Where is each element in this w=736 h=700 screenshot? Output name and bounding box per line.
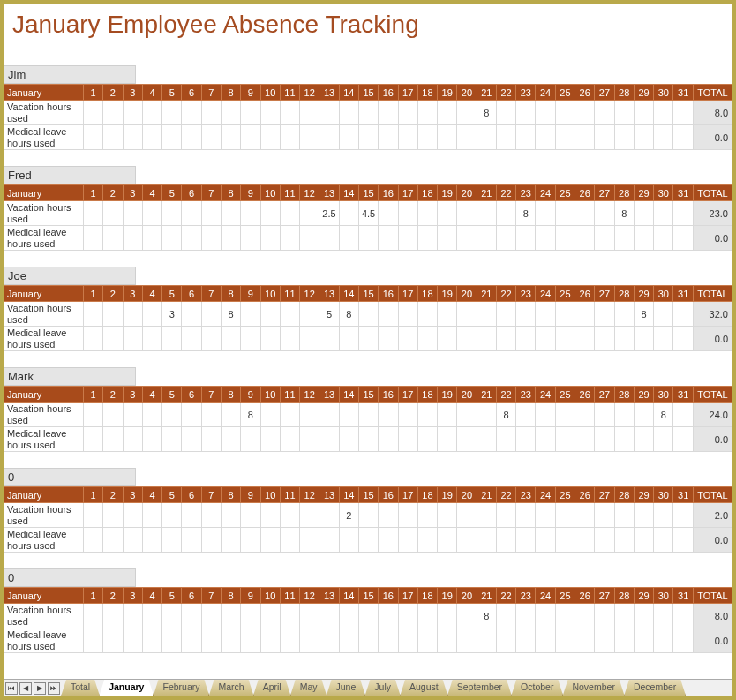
day-cell[interactable] [575,503,595,528]
day-cell[interactable] [634,427,653,452]
sheet-tab-november[interactable]: November [562,680,624,696]
day-cell[interactable] [417,628,437,653]
day-cell[interactable] [358,503,378,528]
day-cell[interactable] [555,427,575,452]
day-cell[interactable] [358,604,378,628]
day-cell[interactable] [241,125,260,150]
day-cell[interactable] [123,302,142,327]
day-cell[interactable] [103,427,123,452]
day-cell[interactable] [339,403,358,427]
day-cell[interactable] [417,125,437,150]
day-cell[interactable] [438,528,457,553]
day-cell[interactable] [457,327,477,351]
day-cell[interactable] [201,201,221,226]
day-cell[interactable] [84,101,103,125]
sheet-tab-january[interactable]: January [99,680,154,696]
day-cell[interactable] [496,125,515,150]
day-cell[interactable] [162,528,182,553]
day-cell[interactable] [614,125,634,150]
day-cell[interactable] [457,302,477,327]
day-cell[interactable] [319,101,339,125]
day-cell[interactable]: 8 [477,101,496,125]
day-cell[interactable] [300,403,319,427]
sheet-tab-october[interactable]: October [511,680,563,696]
day-cell[interactable] [438,427,457,452]
day-cell[interactable] [673,427,694,452]
day-cell[interactable] [201,604,221,628]
sheet-tab-total[interactable]: Total [61,680,100,696]
day-cell[interactable] [339,101,358,125]
day-cell[interactable] [614,604,634,628]
day-cell[interactable] [575,604,595,628]
day-cell[interactable] [575,327,595,351]
day-cell[interactable] [260,327,280,351]
day-cell[interactable] [555,628,575,653]
day-cell[interactable] [673,302,694,327]
day-cell[interactable] [575,427,595,452]
day-cell[interactable] [595,302,614,327]
day-cell[interactable] [634,327,653,351]
day-cell[interactable] [673,604,694,628]
day-cell[interactable] [457,226,477,251]
day-cell[interactable] [260,427,280,452]
day-cell[interactable] [319,503,339,528]
day-cell[interactable] [555,528,575,553]
day-cell[interactable] [280,125,299,150]
day-cell[interactable] [182,503,201,528]
day-cell[interactable] [300,302,319,327]
day-cell[interactable] [103,604,123,628]
day-cell[interactable] [417,201,437,226]
tab-nav-prev[interactable]: ◀ [19,682,32,695]
day-cell[interactable] [417,427,437,452]
day-cell[interactable] [260,101,280,125]
day-cell[interactable] [319,427,339,452]
day-cell[interactable] [84,528,103,553]
day-cell[interactable] [162,503,182,528]
day-cell[interactable] [654,327,673,351]
day-cell[interactable] [142,628,161,653]
day-cell[interactable] [300,628,319,653]
day-cell[interactable] [555,201,575,226]
day-cell[interactable] [595,628,614,653]
day-cell[interactable] [634,226,653,251]
day-cell[interactable] [516,528,536,553]
employee-name[interactable]: Fred [4,166,136,184]
employee-name[interactable]: Jim [4,65,136,84]
day-cell[interactable] [516,427,536,452]
day-cell[interactable] [358,302,378,327]
day-cell[interactable] [654,427,673,452]
day-cell[interactable] [417,528,437,553]
day-cell[interactable] [379,604,398,628]
day-cell[interactable] [398,327,417,351]
day-cell[interactable] [221,327,240,351]
day-cell[interactable] [319,403,339,427]
day-cell[interactable] [516,604,536,628]
day-cell[interactable] [417,302,437,327]
day-cell[interactable] [300,125,319,150]
day-cell[interactable] [379,528,398,553]
day-cell[interactable] [614,327,634,351]
day-cell[interactable] [438,226,457,251]
day-cell[interactable] [103,628,123,653]
day-cell[interactable] [241,604,260,628]
day-cell[interactable] [339,528,358,553]
day-cell[interactable] [358,226,378,251]
day-cell[interactable] [654,125,673,150]
day-cell[interactable] [339,628,358,653]
day-cell[interactable] [162,101,182,125]
tab-nav-first[interactable]: ⏮ [5,682,18,695]
day-cell[interactable]: 2 [339,503,358,528]
day-cell[interactable] [438,628,457,653]
day-cell[interactable] [123,101,142,125]
day-cell[interactable] [103,125,123,150]
day-cell[interactable] [280,604,299,628]
day-cell[interactable] [221,125,240,150]
day-cell[interactable] [654,503,673,528]
day-cell[interactable]: 8 [339,302,358,327]
day-cell[interactable] [673,403,694,427]
day-cell[interactable] [339,427,358,452]
day-cell[interactable] [221,503,240,528]
day-cell[interactable] [123,403,142,427]
day-cell[interactable] [300,503,319,528]
day-cell[interactable] [260,201,280,226]
